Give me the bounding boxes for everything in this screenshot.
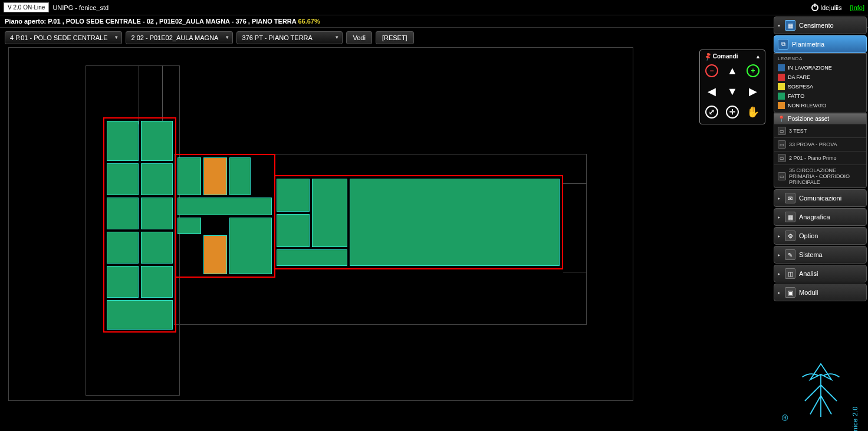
room[interactable] — [107, 163, 139, 195]
pan-down-button[interactable]: ▼ — [723, 82, 742, 101]
asset-item[interactable]: ▭2 P01 - Piano Primo — [774, 151, 866, 164]
zoom-in-button[interactable]: + — [744, 61, 762, 80]
room[interactable] — [229, 157, 251, 195]
asset-item[interactable]: ▭3 TEST — [774, 124, 866, 137]
clipboard-icon: ▦ — [785, 20, 795, 31]
asset-label: 35 CIRCOLAZIONE PRIMARIA - CORRIDOIO PRI… — [789, 167, 863, 185]
building-icon: ▭ — [778, 127, 786, 135]
asset-panel: 📍 Posizione asset ▭3 TEST ▭33 PROVA - PR… — [774, 113, 867, 188]
breadcrumb-bar: Piano aperto: P.01 , POLO SEDE CENTRALE … — [0, 15, 868, 28]
legend-label: DA FARE — [788, 74, 810, 80]
sidebar: ▾ ▦ Censimento ⧉ Planimetria LEGENDA IN … — [774, 17, 867, 301]
floorplan-viewport[interactable] — [8, 47, 633, 401]
zoom-fit-button[interactable]: ⤢ — [702, 103, 721, 121]
commands-title: Comandi — [713, 53, 738, 60]
chevron-right-icon: ▸ — [778, 290, 781, 295]
sidebar-item-label: Anagrafica — [799, 213, 830, 221]
legend-label: NON RILEVATO — [788, 103, 827, 108]
chevron-down-icon: ▾ — [778, 23, 781, 28]
room[interactable] — [177, 198, 272, 215]
room[interactable] — [141, 198, 173, 229]
chevron-right-icon: ▸ — [778, 215, 781, 220]
room[interactable] — [107, 198, 139, 229]
legend-title: LEGENDA — [778, 56, 863, 61]
pan-right-button[interactable]: ▶ — [744, 82, 762, 101]
topbar: V 2.0 ON-Line UNIPG - fenice_std ldejuli… — [0, 0, 868, 15]
room[interactable] — [277, 249, 347, 266]
asset-label: 2 P01 - Piano Primo — [789, 155, 837, 161]
phoenix-icon — [794, 358, 847, 423]
collapse-icon[interactable]: ▲ — [755, 54, 761, 60]
info-link[interactable]: [Info] — [850, 4, 864, 11]
room[interactable] — [141, 266, 173, 298]
corridor-icon: ▭ — [778, 172, 786, 180]
chevron-right-icon: ▸ — [778, 196, 781, 201]
user-name: ldejuliis — [820, 4, 841, 11]
asset-header-label: Posizione asset — [788, 116, 829, 122]
chevron-right-icon: ▸ — [778, 252, 781, 258]
sidebar-item-label: Sistema — [799, 251, 823, 258]
sidebar-item-analisi[interactable]: ▸ ◫ Analisi — [774, 265, 867, 282]
sidebar-item-planimetria[interactable]: ⧉ Planimetria — [774, 35, 867, 53]
app-title: UNIPG - fenice_std — [52, 4, 108, 11]
pin-icon[interactable]: 📌 — [703, 52, 712, 61]
edificio-select[interactable]: 2 02 - P01E02_AULA MAGNA — [126, 31, 233, 44]
room[interactable] — [277, 179, 310, 212]
sidebar-item-moduli[interactable]: ▸ ▣ Moduli — [774, 284, 867, 301]
tools-icon: ✎ — [785, 249, 795, 260]
hand-tool-button[interactable]: ✋ — [744, 103, 762, 121]
room[interactable] — [141, 121, 173, 161]
room[interactable] — [107, 121, 139, 161]
room[interactable] — [141, 163, 173, 195]
legend-label: SOSPESA — [788, 84, 813, 90]
sidebar-item-label: Censimento — [799, 22, 834, 29]
room[interactable] — [203, 157, 227, 195]
sidebar-item-option[interactable]: ▸ ⚙ Option — [774, 227, 867, 245]
asset-header[interactable]: 📍 Posizione asset — [774, 114, 866, 124]
legend-swatch — [778, 93, 785, 100]
room[interactable] — [141, 232, 173, 264]
room[interactable] — [203, 235, 227, 274]
room[interactable] — [107, 300, 173, 330]
registered-mark: ® — [782, 413, 788, 423]
legend-swatch — [778, 74, 785, 81]
room[interactable] — [277, 214, 310, 247]
room[interactable] — [312, 179, 347, 247]
logo-text: Fenice 2.0 — [851, 406, 859, 431]
sidebar-item-censimento[interactable]: ▾ ▦ Censimento — [774, 17, 867, 34]
polo-select[interactable]: 4 P.01 - POLO SEDE CENTRALE — [5, 31, 122, 44]
version-badge: V 2.0 ON-Line — [4, 2, 49, 12]
breadcrumb-path: P.01 , POLO SEDE CENTRALE - 02 , P01E02_… — [48, 18, 296, 25]
pan-left-button[interactable]: ◀ — [702, 82, 721, 101]
legend-label: IN LAVORAZIONE — [788, 65, 832, 71]
room[interactable] — [177, 218, 201, 234]
progress-percent: 66.67% — [298, 18, 320, 25]
reset-button[interactable]: [RESET] — [376, 31, 414, 44]
legend-swatch — [778, 83, 785, 90]
user-session[interactable]: ldejuliis — [811, 4, 841, 11]
asset-label: 3 TEST — [789, 128, 807, 134]
room[interactable] — [229, 218, 272, 274]
asset-item[interactable]: ▭35 CIRCOLAZIONE PRIMARIA - CORRIDOIO PR… — [774, 164, 866, 187]
chevron-right-icon: ▸ — [778, 233, 781, 239]
zoom-out-button[interactable]: − — [702, 61, 721, 80]
sidebar-item-label: Analisi — [799, 270, 818, 277]
view-button[interactable]: Vedi — [346, 31, 371, 44]
power-icon — [811, 4, 818, 11]
pan-up-button[interactable]: ▲ — [723, 61, 742, 80]
room[interactable] — [350, 179, 560, 266]
modules-icon: ▣ — [785, 287, 795, 298]
room[interactable] — [107, 232, 139, 264]
room[interactable] — [107, 266, 139, 298]
sidebar-item-comunicazioni[interactable]: ▸ ✉ Comunicazioni — [774, 189, 867, 207]
sidebar-item-anagrafica[interactable]: ▸ ▦ Anagrafica — [774, 208, 867, 226]
fenice-logo: ® Fenice 2.0 — [785, 340, 856, 423]
toolbar: 4 P.01 - POLO SEDE CENTRALE 2 02 - P01E0… — [0, 28, 868, 48]
sidebar-item-label: Comunicazioni — [799, 195, 841, 202]
piano-select[interactable]: 376 PT - PIANO TERRA — [236, 31, 343, 44]
room[interactable] — [177, 157, 201, 195]
zoom-center-button[interactable]: ✛ — [723, 103, 742, 121]
floor-icon: ▭ — [778, 154, 786, 162]
sidebar-item-sistema[interactable]: ▸ ✎ Sistema — [774, 246, 867, 264]
asset-item[interactable]: ▭33 PROVA - PROVA — [774, 137, 866, 151]
